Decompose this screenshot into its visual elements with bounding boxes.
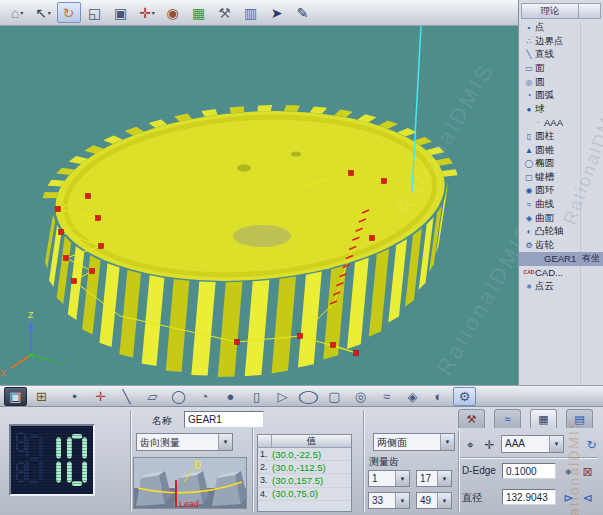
probe-config-button[interactable]: ⌖ [462,436,479,453]
cone-tool[interactable]: ▷ [271,387,294,406]
probe-edit-button[interactable]: ✎ [291,2,315,23]
measure-inner-button[interactable]: ⊲ [579,489,596,506]
table-row[interactable]: 3. (30.0,157.5) [258,474,351,487]
tab-report[interactable]: ▤ [566,409,593,428]
tree-item-cylinder[interactable]: ▯ 圆柱 [519,130,603,144]
tree-item-point[interactable]: • 点 [519,21,603,35]
refresh-button[interactable]: ↻ [583,436,600,453]
erase-point-button[interactable]: ⊠ [579,463,596,480]
plane-tool[interactable]: ▱ [141,387,164,406]
tree-item-label: 圆锥 [535,144,554,157]
select-cursor-button[interactable]: ↖▾ [31,2,55,23]
zoom-window-button[interactable]: ◱ [83,2,107,23]
viewport-3d[interactable]: XYZ RationalDMIS RationalDMIS [0,26,518,385]
delete-button[interactable]: ▥ [239,2,263,23]
tooth-select-2[interactable]: 17▼ [416,470,452,487]
chevron-down-icon[interactable]: ▼ [218,434,232,450]
tree-item-icon: · [532,118,544,127]
chevron-down-icon[interactable]: ▼ [395,471,409,486]
line-tool[interactable]: ╲ [115,387,138,406]
slot-tool[interactable]: ▢ [323,387,346,406]
value-column-header[interactable]: 值 [272,435,351,447]
tree-item-line[interactable]: ╲ 直线 [519,48,603,62]
tree-item-cad[interactable]: CAD CAD... [519,266,603,280]
point-tool[interactable]: • [63,387,86,406]
tree-item-sphere[interactable]: ● 球 [519,103,603,117]
home-button[interactable]: ⌂▾ [5,2,29,23]
flank-select[interactable]: 两侧面 ▼ [373,433,455,451]
tooth-select-1[interactable]: 1▼ [368,470,410,487]
orbit-rotate-button[interactable]: ↻ [57,2,81,23]
tab-probe[interactable]: ⚒ [458,409,485,428]
tree-item-circle[interactable]: ◎ 圆 [519,75,603,89]
tree-item-boundary-point[interactable]: ∴ 边界点 [519,35,603,49]
table-row[interactable]: 2. (30.0,-112.5) [258,461,351,474]
chevron-down-icon[interactable]: ▼ [437,471,451,486]
axis-view-button[interactable]: ✛▾ [135,2,159,23]
tree-item-slot[interactable]: ▢ 键槽 [519,171,603,185]
tree-item-camshaft[interactable]: ◐ 凸轮轴 [519,225,603,239]
tree-item-icon: ◎ [523,78,535,87]
tree-item-icon: ▯ [523,132,535,141]
chevron-down-icon[interactable]: ▼ [395,493,409,508]
visibility-eye-button[interactable]: ◉ [161,2,185,23]
tree-item-label: 曲面 [535,212,554,225]
chevron-down-icon[interactable]: ▼ [440,434,454,450]
surface-tool[interactable]: ◈ [401,387,424,406]
chevron-down-icon[interactable]: ▼ [549,436,563,452]
arc-tool[interactable]: ◔ [193,387,216,406]
gear-tool[interactable]: ⚙ [453,387,476,406]
tooth-select-3[interactable]: 33▼ [368,492,410,509]
tool-button[interactable]: ⚒ [213,2,237,23]
circle-tool[interactable]: ◯ [167,387,190,406]
tree-item-plane[interactable]: ▭ 面 [519,62,603,76]
tree-item-pointcloud[interactable]: ∗ 点云 [519,279,603,293]
measure-outer-button[interactable]: ⊳ [560,489,577,506]
tree-item-label: 圆环 [535,184,554,197]
table-row[interactable]: 1. (30.0,-22.5) [258,448,351,461]
tree-item-arc[interactable]: ◔ 圆弧 [519,89,603,103]
tree-item-label: 球 [535,103,545,116]
tree-header-label[interactable]: 理论 [522,4,579,18]
chevron-down-icon[interactable]: ▼ [437,493,451,508]
cmm-machine-button[interactable]: ⊞ [30,387,53,406]
name-input[interactable] [184,411,264,428]
table-row[interactable]: 4. (30.0,75.0) [258,488,351,501]
tooth-select-4[interactable]: 49▼ [416,492,452,509]
tree-item-curve[interactable]: ≈ 曲线 [519,198,603,212]
dropdown-arrow-icon: ▾ [152,10,155,16]
sphere-tool[interactable]: ● [219,387,242,406]
tree-item-icon: ◔ [523,91,535,100]
cam-tool[interactable]: ◐ [427,387,450,406]
d-edge-input[interactable] [502,463,556,479]
measure-edge-button[interactable]: ⌖ [560,463,577,480]
tree-item-torus[interactable]: ◉ 圆环 [519,184,603,198]
tree-item-icon: ≈ [523,200,535,209]
cylinder-tool[interactable]: ▯ [245,387,268,406]
diameter-input[interactable] [502,489,556,505]
fit-view-button[interactable]: ▣ [109,2,133,23]
svg-text:Z: Z [28,310,34,320]
tree-item-label: 边界点 [535,35,564,48]
tree-item-gear[interactable]: ⚙ 齿轮 [519,239,603,253]
tab-graph[interactable]: ≈ [494,409,521,428]
tree-header: 理论 [521,3,601,19]
tree-item-cone[interactable]: ▲ 圆锥 [519,143,603,157]
tab-table[interactable]: ▦ [530,409,557,428]
axis-tool[interactable]: ✛ [89,387,112,406]
tree-item-ellipse[interactable]: ◯ 椭圆 [519,157,603,171]
tree-item-icon: ◐ [523,227,535,236]
tree-item-surface[interactable]: ◈ 曲面 [519,211,603,225]
tree-item-gear1[interactable]: GEAR1 有坐 [519,252,603,266]
measure-mode-select[interactable]: 齿向测量 ▼ [136,433,233,451]
curve-tool[interactable]: ≈ [375,387,398,406]
tree-item-aaa[interactable]: · AAA [519,116,603,130]
color-palette-button[interactable]: ▦ [187,2,211,23]
measure-view-button[interactable]: ▣ [4,387,27,406]
probe-pick-button[interactable]: ➤ [265,2,289,23]
ellipse-tool[interactable]: ◯ [297,387,320,406]
torus-tool[interactable]: ◎ [349,387,372,406]
probe-position-button[interactable]: ✛ [481,436,498,453]
row-value: (30.0,-112.5) [272,462,326,473]
probe-select[interactable]: AAA ▼ [501,435,564,453]
